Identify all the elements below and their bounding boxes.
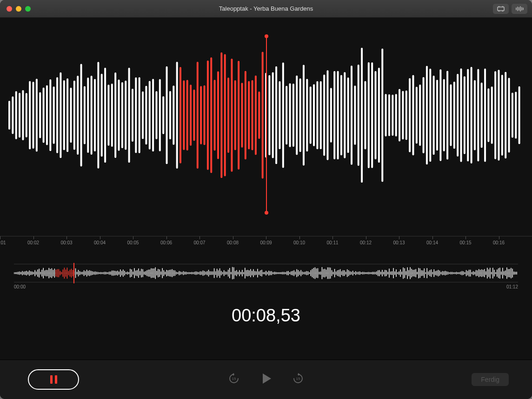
playhead[interactable] <box>266 36 267 213</box>
editor-area: 00:0100:0200:0300:0400:0500:0600:0700:08… <box>0 18 532 360</box>
app-window: Taleopptak - Yerba Buena Gardens 00:0100… <box>0 0 532 399</box>
pause-icon <box>50 375 57 384</box>
center-controls: 15 15 <box>227 372 305 387</box>
overview-track[interactable]: 00:00 01:12 <box>14 264 518 287</box>
fullscreen-window-button[interactable] <box>25 6 31 12</box>
svg-rect-0 <box>498 7 504 11</box>
controls-bar: 15 15 Ferdig <box>0 360 532 399</box>
window-title: Taleopptak - Yerba Buena Gardens <box>0 5 532 12</box>
svg-text:15: 15 <box>296 377 300 381</box>
ruler-tick: 00:16 <box>499 236 532 250</box>
overview-playhead[interactable] <box>73 263 74 283</box>
minimize-window-button[interactable] <box>16 6 21 12</box>
skip-forward-button[interactable]: 15 <box>292 372 305 387</box>
overview-start-label: 00:00 <box>14 284 26 289</box>
traffic-lights <box>0 6 31 12</box>
toolbar-right <box>493 4 527 14</box>
waveform-main[interactable] <box>0 18 532 213</box>
skip-back-button[interactable]: 15 <box>227 372 240 387</box>
titlebar: Taleopptak - Yerba Buena Gardens <box>0 0 532 18</box>
done-button[interactable]: Ferdig <box>472 373 509 386</box>
trim-button[interactable] <box>493 4 509 14</box>
play-button[interactable] <box>259 372 273 387</box>
svg-text:15: 15 <box>232 377 236 381</box>
close-window-button[interactable] <box>7 6 12 12</box>
current-time-display: 00:08,53 <box>0 306 532 326</box>
overview-end-label: 01:12 <box>506 284 518 289</box>
pause-button[interactable] <box>28 369 79 390</box>
enhance-button[interactable] <box>512 4 527 14</box>
time-ruler: 00:0100:0200:0300:0400:0500:0600:0700:08… <box>0 236 532 250</box>
